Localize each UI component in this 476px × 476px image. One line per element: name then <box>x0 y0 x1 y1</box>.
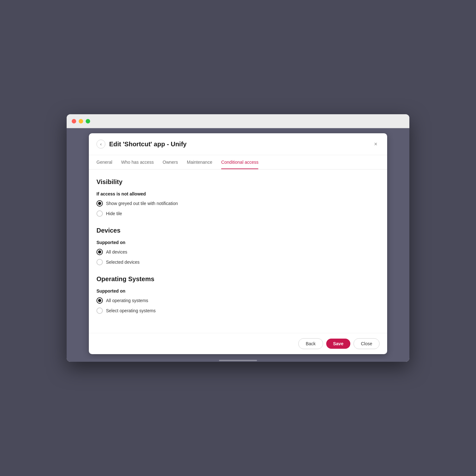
mac-scrollbar <box>67 359 409 362</box>
radio-label-all-devices: All devices <box>106 249 127 255</box>
dialog-body: Visibility If access is not allowed Show… <box>89 169 387 333</box>
dialog-close-button[interactable]: × <box>372 140 380 148</box>
close-button[interactable]: Close <box>354 338 380 349</box>
close-icon: × <box>374 141 378 147</box>
radio-circle-greyed-out <box>96 200 103 207</box>
save-button[interactable]: Save <box>326 339 351 349</box>
radio-item-hide-tile[interactable]: Hide tile <box>96 210 380 217</box>
radio-item-greyed-out[interactable]: Show greyed out tile with notification <box>96 200 380 207</box>
visibility-title: Visibility <box>96 178 380 186</box>
os-title: Operating Systems <box>96 275 380 283</box>
radio-circle-all-os <box>96 297 103 304</box>
radio-item-all-devices[interactable]: All devices <box>96 249 380 255</box>
radio-label-selected-devices: Selected devices <box>106 260 140 265</box>
os-section: Operating Systems Supported on All opera… <box>96 275 380 314</box>
radio-circle-hide-tile <box>96 210 103 217</box>
dialog-footer: Back Save Close <box>89 333 387 354</box>
tab-conditional-access[interactable]: Conditional access <box>221 155 259 169</box>
scrollbar-thumb[interactable] <box>219 360 257 361</box>
maximize-traffic-light[interactable] <box>86 119 90 123</box>
minimize-traffic-light[interactable] <box>79 119 83 123</box>
tab-owners[interactable]: Owners <box>163 155 178 169</box>
os-subsection-label: Supported on <box>96 288 380 294</box>
devices-section: Devices Supported on All devices Selecte… <box>96 227 380 265</box>
tab-general[interactable]: General <box>96 155 112 169</box>
radio-label-greyed-out: Show greyed out tile with notification <box>106 201 178 206</box>
tab-who-has-access[interactable]: Who has access <box>121 155 154 169</box>
mac-window: ‹ Edit 'Shortcut' app - Unify × General … <box>67 114 409 362</box>
radio-item-select-os[interactable]: Select operating systems <box>96 307 380 314</box>
dialog: ‹ Edit 'Shortcut' app - Unify × General … <box>89 133 387 354</box>
devices-title: Devices <box>96 227 380 234</box>
traffic-lights <box>72 119 90 123</box>
back-chevron-icon: ‹ <box>100 142 102 147</box>
devices-subsection-label: Supported on <box>96 240 380 245</box>
visibility-subsection-label: If access is not allowed <box>96 191 380 196</box>
back-nav-button[interactable]: ‹ <box>96 140 105 149</box>
dialog-title: Edit 'Shortcut' app - Unify <box>109 141 372 148</box>
radio-item-selected-devices[interactable]: Selected devices <box>96 259 380 265</box>
back-button[interactable]: Back <box>298 338 323 349</box>
os-radio-group: All operating systems Select operating s… <box>96 297 380 314</box>
tabs-bar: General Who has access Owners Maintenanc… <box>89 155 387 169</box>
radio-label-all-os: All operating systems <box>106 298 148 303</box>
tab-maintenance[interactable]: Maintenance <box>187 155 212 169</box>
radio-circle-selected-devices <box>96 259 103 265</box>
radio-label-select-os: Select operating systems <box>106 308 155 313</box>
radio-label-hide-tile: Hide tile <box>106 211 122 216</box>
close-traffic-light[interactable] <box>72 119 76 123</box>
dialog-header: ‹ Edit 'Shortcut' app - Unify × <box>89 133 387 155</box>
devices-radio-group: All devices Selected devices <box>96 249 380 265</box>
visibility-section: Visibility If access is not allowed Show… <box>96 178 380 217</box>
radio-item-all-os[interactable]: All operating systems <box>96 297 380 304</box>
radio-circle-all-devices <box>96 249 103 255</box>
visibility-radio-group: Show greyed out tile with notification H… <box>96 200 380 217</box>
titlebar <box>67 114 409 128</box>
radio-circle-select-os <box>96 307 103 314</box>
mac-content: ‹ Edit 'Shortcut' app - Unify × General … <box>67 128 409 359</box>
